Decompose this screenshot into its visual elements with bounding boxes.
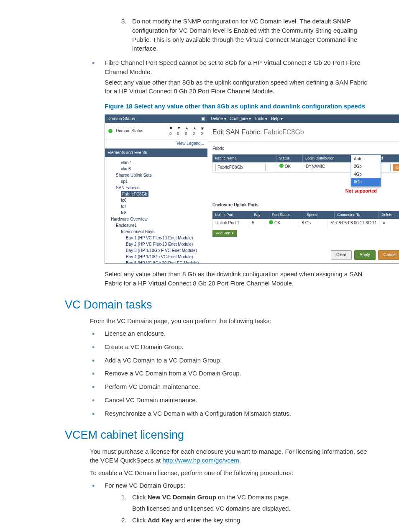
status-ok-icon — [269, 220, 273, 224]
bullet-item-fc: • Fibre Channel Port Speed cannot be set… — [92, 58, 374, 96]
tree-item[interactable]: up1 — [111, 178, 206, 185]
task-item: •License an enclosure. — [92, 329, 374, 338]
nav-tree: vlan2 vlan3 Shared Uplink Sets up1 SAN F… — [105, 157, 207, 263]
cancel-button[interactable]: Cancel — [378, 250, 399, 260]
clear-button[interactable]: Clear — [331, 250, 352, 260]
warn-icon: ▲0 — [185, 126, 189, 136]
tree-item[interactable]: Shared Uplink Sets — [111, 172, 206, 178]
paragraph: From the VC Domains page, you can perfor… — [25, 316, 374, 326]
tree-item[interactable]: vlan2 — [111, 159, 206, 166]
ordered-list-continuation: 3. Do not modify the SNMP configuration … — [25, 17, 374, 53]
filter-icon: ▼0 — [177, 126, 181, 136]
task-item: •Resynchronize a VC Domain with a Config… — [92, 409, 374, 418]
dd-option[interactable]: 2Gb — [351, 163, 381, 171]
item-text: Do not modify the SNMP configuration for… — [132, 17, 374, 53]
list-item-3: 3. Do not modify the SNMP configuration … — [121, 17, 374, 53]
tree-item[interactable]: Bay 5 (HP VC 8Gb 20-Port FC Module) — [111, 260, 206, 263]
figure-caption: Figure 18 Select any value other than 8G… — [25, 102, 374, 111]
tree-item[interactable]: Interconnect Bays — [111, 229, 206, 235]
speed-dropdown-open[interactable]: Auto 2Gb 4Gb 8Gb — [351, 155, 381, 187]
paragraph: Select any value other than 8 Gb as the … — [25, 270, 374, 288]
dd-option-highlighted[interactable]: 8Gb — [351, 178, 381, 186]
vc-tasks-list: •License an enclosure. •Create a VC Doma… — [25, 329, 374, 418]
menu-tools[interactable]: Tools ▾ — [254, 116, 267, 121]
uplink-table-header: Uplink Port Bay Port Status Speed Connec… — [212, 211, 399, 219]
status-icons: ✖0 ▼0 ▲0 ▲0 ◉0 — [169, 126, 204, 136]
bullet-dot: • — [92, 58, 105, 96]
menu-define[interactable]: Define ▾ — [211, 116, 226, 121]
task-item: •Add a VC Domain to a VC Domain Group. — [92, 356, 374, 365]
tree-item[interactable]: Bay 2 (HP VC Flex-10 Enet Module) — [111, 241, 206, 247]
uplink-ports-label: Enclosure Uplink Ports — [212, 202, 399, 208]
task-item: •Perform VC Domain maintenance. — [92, 382, 374, 391]
tree-item[interactable]: SAN Fabrics — [111, 185, 206, 191]
bullet-subtext: Select any value other than 8Gb as the u… — [105, 78, 374, 96]
embedded-screenshot: Domain Status▣ Domain Status ✖0 ▼0 ▲0 ▲0… — [105, 114, 399, 264]
caution-icon: ▲0 — [193, 126, 197, 136]
status-ok-icon — [279, 164, 284, 168]
paragraph: You must purchase a license for each enc… — [25, 447, 374, 465]
info-icon: ◉0 — [201, 126, 204, 136]
tree-item[interactable]: fc8 — [111, 210, 206, 216]
status-ok-icon — [108, 129, 113, 133]
tree-item[interactable]: Bay 1 (HP VC Flex-10 Enet Module) — [111, 235, 206, 241]
step-1: 1. Click New VC Domain Group on the VC D… — [121, 493, 374, 502]
delete-icon[interactable]: ✕ — [380, 219, 399, 228]
page-title: Edit SAN Fabric: FabricFC8Gb — [207, 123, 399, 141]
not-supported-label: Not supported — [345, 188, 377, 195]
fabric-label: Fabric — [212, 146, 399, 152]
item-number: 3. — [121, 17, 132, 53]
tree-item[interactable]: fc7 — [111, 203, 206, 210]
tree-item-selected[interactable]: FabricFC8Gb — [121, 191, 148, 197]
step-2: 2. Click Add Key and enter the key strin… — [121, 516, 374, 525]
bullet-text: For new VC Domain Groups: — [105, 481, 374, 490]
top-menu: Define ▾ Configure ▾ Tools ▾ Help ▾ — [207, 115, 399, 123]
bullet-text: Fibre Channel Port Speed cannot be set t… — [105, 58, 374, 77]
tree-item[interactable]: vlan3 — [111, 166, 206, 172]
collapse-icon[interactable]: ▣ — [201, 116, 205, 122]
apply-button[interactable]: Apply — [354, 250, 376, 260]
paragraph: To enable a VC Domain license, perform o… — [25, 468, 374, 478]
bullet-item: • For new VC Domain Groups: 1. Click New… — [92, 481, 374, 527]
advanced-button[interactable]: nced — [393, 164, 399, 171]
error-icon: ✖0 — [169, 126, 173, 136]
menu-help[interactable]: Help ▾ — [271, 116, 283, 121]
task-item: •Create a VC Domain Group. — [92, 342, 374, 352]
task-item: •Remove a VC Domain from a VC Domain Gro… — [92, 369, 374, 378]
elements-events-header: Elements and Events — [105, 149, 207, 157]
dd-option[interactable]: 4Gb — [351, 171, 381, 179]
vcem-link[interactable]: http://www.hp.com/go/vcem — [162, 457, 239, 464]
bullet-list: • Fibre Channel Port Speed cannot be set… — [25, 58, 374, 96]
tree-item[interactable]: Bay 3 (HP 1/10Gb-F VC-Enet Module) — [111, 247, 206, 254]
vcem-bullet-list: • For new VC Domain Groups: 1. Click New… — [25, 481, 374, 527]
uplink-table-row: Uplink Port 1 5 OK 8 Gb 51:08:05:F3:00:1… — [212, 219, 399, 228]
menu-configure[interactable]: Configure ▾ — [230, 116, 251, 121]
tree-item[interactable]: Hardware Overview — [111, 216, 206, 222]
tree-item[interactable]: Enclosure1 — [111, 222, 206, 229]
tree-item[interactable]: Bay 4 (HP 1/10Gb VC-Enet Module) — [111, 254, 206, 260]
heading-vcem-licensing: VCEM cabinet licensing — [65, 427, 374, 443]
fabric-name-input[interactable]: FabricFC8Gb — [215, 164, 266, 172]
domain-status-row: Domain Status ✖0 ▼0 ▲0 ▲0 ◉0 — [105, 123, 207, 139]
panel-header: Domain Status▣ — [105, 115, 207, 123]
step-1-note: Both licensed and unlicensed VC domains … — [121, 504, 374, 513]
view-legend-link[interactable]: View Legend... — [105, 139, 207, 149]
tree-item[interactable]: fc6 — [111, 197, 206, 203]
dd-option[interactable]: Auto — [351, 155, 381, 163]
heading-vc-domain-tasks: VC Domain tasks — [65, 297, 374, 313]
add-port-button[interactable]: Add Port ▾ — [212, 230, 237, 237]
task-item: •Cancel VC Domain maintenance. — [92, 396, 374, 405]
domain-status-label: Domain Status — [116, 128, 143, 134]
